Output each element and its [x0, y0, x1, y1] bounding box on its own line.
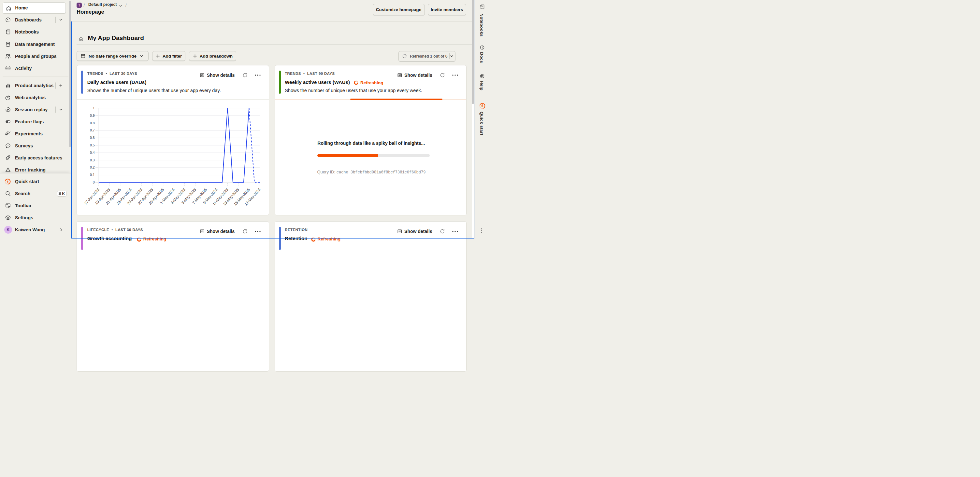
svg-text:0.1: 0.1 [90, 173, 95, 177]
svg-text:0.7: 0.7 [90, 128, 95, 132]
svg-text:0.5: 0.5 [90, 143, 95, 147]
svg-text:0.2: 0.2 [90, 165, 95, 169]
svg-text:6: 6 [482, 104, 484, 108]
svg-text:0: 0 [92, 180, 94, 184]
svg-text:1: 1 [92, 106, 94, 109]
svg-text:0.4: 0.4 [90, 151, 95, 154]
svg-text:0.6: 0.6 [90, 136, 95, 139]
svg-text:0.3: 0.3 [90, 158, 95, 162]
svg-text:6: 6 [7, 180, 8, 183]
svg-text:0.9: 0.9 [90, 113, 95, 117]
svg-text:0.8: 0.8 [90, 121, 95, 125]
